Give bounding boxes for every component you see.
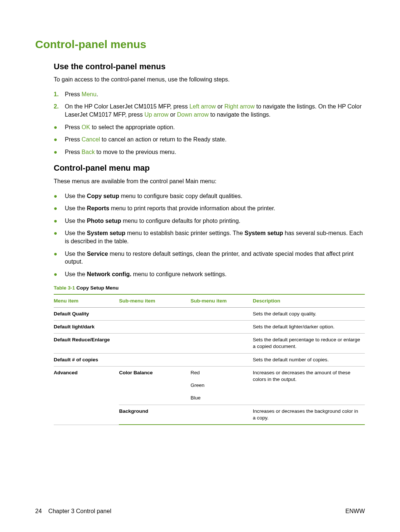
bullet-icon: ● xyxy=(54,229,65,245)
bullet-icon: ● xyxy=(54,270,65,278)
bullet-icon: ● xyxy=(54,250,65,266)
table-caption: Table 3-1 Copy Setup Menu xyxy=(35,285,365,291)
step2-a: On the HP Color LaserJet CM1015 MFP, pre… xyxy=(65,103,189,110)
map-item-photo-setup: ● Use the Photo setup menu to configure … xyxy=(54,217,365,225)
map-item-reports: ● Use the Reports menu to print reports … xyxy=(54,204,365,213)
table-row: Default light/dark Sets the default ligh… xyxy=(54,321,365,334)
section2-intro: These menus are available from the contr… xyxy=(35,177,365,185)
bullet-icon: ● xyxy=(54,123,65,131)
bullet-icon: ● xyxy=(54,148,65,156)
table-row: Default Quality Sets the default copy qu… xyxy=(54,307,365,320)
steps-list: 1. Press Menu. 2. On the HP Color LaserJ… xyxy=(35,90,365,119)
cancel-key: Cancel xyxy=(81,136,100,143)
bullet-back: ● Press Back to move to the previous men… xyxy=(54,148,365,156)
step2-or2: or xyxy=(169,111,177,118)
step-marker-2: 2. xyxy=(54,103,65,118)
step1-pre: Press xyxy=(65,91,81,97)
table-caption-title: Copy Setup Menu xyxy=(75,285,119,291)
table-row: Default Reduce/Enlarge Sets the default … xyxy=(54,334,365,353)
table-caption-label: Table 3-1 xyxy=(54,285,75,291)
table-header-row: Menu item Sub-menu item Sub-menu item De… xyxy=(54,294,365,308)
page-title: Control-panel menus xyxy=(35,37,365,52)
left-arrow-key: Left arrow xyxy=(189,103,216,110)
back-key: Back xyxy=(81,149,95,155)
th-submenu-2: Sub-menu item xyxy=(191,294,253,308)
sub-bullets-1: ● Press OK to select the appropriate opt… xyxy=(35,123,365,156)
map-item-service: ● Use the Service menu to restore defaul… xyxy=(54,250,365,266)
b1-post: to select the appropriate option. xyxy=(90,124,175,130)
th-menu-item: Menu item xyxy=(54,294,119,308)
b3-pre: Press xyxy=(65,149,81,155)
table-row-advanced: Advanced Color Balance Red Increases or … xyxy=(54,366,365,379)
section1-intro: To gain access to the control-panel menu… xyxy=(35,76,365,84)
section-use-menus-heading: Use the control-panel menus xyxy=(35,61,365,72)
bullet-icon: ● xyxy=(54,135,65,144)
bullet-cancel: ● Press Cancel to cancel an action or re… xyxy=(54,135,365,144)
right-arrow-key: Right arrow xyxy=(224,103,255,110)
copy-setup-table: Menu item Sub-menu item Sub-menu item De… xyxy=(54,294,365,425)
th-description: Description xyxy=(253,294,365,308)
b1-pre: Press xyxy=(65,124,81,130)
step-marker-1: 1. xyxy=(54,90,65,98)
up-arrow-key: Up arrow xyxy=(144,111,169,118)
map-item-copy-setup: ● Use the Copy setup menu to configure b… xyxy=(54,192,365,200)
map-item-network-config: ● Use the Network config. menu to config… xyxy=(54,270,365,278)
step1-post: . xyxy=(96,91,98,97)
b2-post: to cancel an action or return to the Rea… xyxy=(100,136,227,143)
menu-key: Menu xyxy=(81,91,96,97)
bullet-icon: ● xyxy=(54,204,65,213)
map-item-system-setup: ● Use the System setup menu to establish… xyxy=(54,229,365,245)
th-submenu-1: Sub-menu item xyxy=(119,294,190,308)
b2-pre: Press xyxy=(65,136,81,143)
bullet-icon: ● xyxy=(54,217,65,225)
step-1: 1. Press Menu. xyxy=(54,90,365,98)
b3-post: to move to the previous menu. xyxy=(95,149,176,155)
bullet-icon: ● xyxy=(54,192,65,200)
table-row: Default # of copies Sets the default num… xyxy=(54,353,365,366)
bullet-ok: ● Press OK to select the appropriate opt… xyxy=(54,123,365,131)
ok-key: OK xyxy=(81,124,90,130)
down-arrow-key: Down arrow xyxy=(177,111,209,118)
menu-map-list: ● Use the Copy setup menu to configure b… xyxy=(35,192,365,278)
step2-or1: or xyxy=(216,103,224,110)
step2-end: to navigate the listings. xyxy=(209,111,270,118)
step-2: 2. On the HP Color LaserJet CM1015 MFP, … xyxy=(54,103,365,118)
section-menu-map-heading: Control-panel menu map xyxy=(35,163,365,174)
